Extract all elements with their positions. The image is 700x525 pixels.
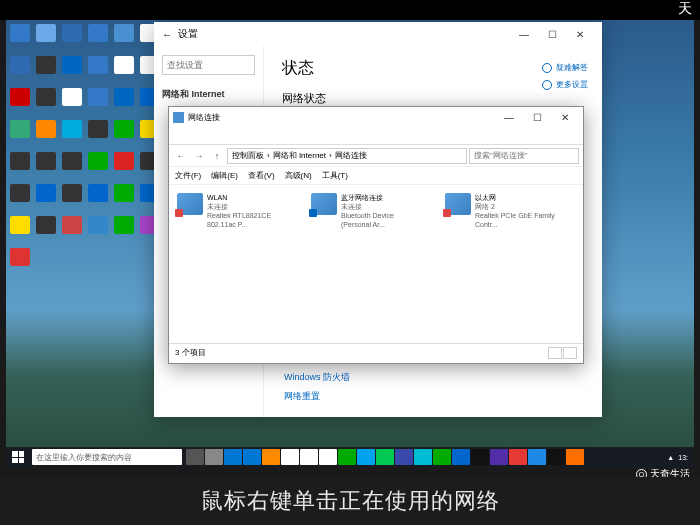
system-tray[interactable]: ▲ 13:	[667, 454, 694, 461]
desktop-icon[interactable]	[10, 152, 30, 170]
desktop-icon[interactable]	[88, 120, 108, 138]
network-adapter[interactable]: 以太网网络 2Realtek PCIe GbE Family Contr...	[445, 193, 555, 229]
subtitle-caption: 鼠标右键单击正在使用的网络	[0, 477, 700, 525]
close-button[interactable]: ✕	[551, 105, 579, 129]
settings-search-input[interactable]	[162, 55, 255, 75]
desktop-icon[interactable]	[88, 88, 108, 106]
desktop-icon[interactable]	[36, 184, 56, 202]
sidebar-item-network[interactable]: 网络和 Internet	[162, 85, 255, 104]
menu-item[interactable]: 高级(N)	[285, 170, 312, 181]
back-icon[interactable]: ←	[162, 29, 172, 40]
desktop-icon[interactable]	[62, 56, 82, 74]
desktop-icon[interactable]	[10, 120, 30, 138]
taskbar-app[interactable]	[566, 449, 584, 465]
menu-item[interactable]: 查看(V)	[248, 170, 275, 181]
desktop-icon[interactable]	[36, 56, 56, 74]
desktop-icon[interactable]	[114, 120, 134, 138]
desktop-icon[interactable]	[36, 216, 56, 234]
taskbar-app[interactable]	[471, 449, 489, 465]
desktop-icon[interactable]	[114, 24, 134, 42]
taskbar-app[interactable]	[300, 449, 318, 465]
taskbar-app[interactable]	[433, 449, 451, 465]
menu-item[interactable]: 文件(F)	[175, 170, 201, 181]
maximize-button[interactable]: ☐	[523, 105, 551, 129]
desktop-icon[interactable]	[36, 88, 56, 106]
taskbar-app[interactable]	[224, 449, 242, 465]
desktop-icon[interactable]	[36, 120, 56, 138]
forward-button[interactable]: →	[191, 148, 207, 164]
desktop-icon[interactable]	[10, 24, 30, 42]
network-reset-link[interactable]: 网络重置	[284, 390, 350, 403]
network-adapter[interactable]: 蓝牙网络连接未连接Bluetooth Device (Personal Ar..…	[311, 193, 421, 229]
desktop-icon[interactable]	[114, 184, 134, 202]
tray-icon[interactable]: ▲	[667, 454, 674, 461]
taskbar-app[interactable]	[490, 449, 508, 465]
desktop-icon[interactable]	[88, 184, 108, 202]
minimize-button[interactable]: —	[510, 22, 538, 46]
up-button[interactable]: ↑	[209, 148, 225, 164]
desktop-icon[interactable]	[88, 24, 108, 42]
desktop-icon[interactable]	[10, 216, 30, 234]
explorer-titlebar[interactable]: 网络连接 — ☐ ✕	[169, 107, 583, 127]
view-icons-button[interactable]	[563, 347, 577, 359]
desktop-icon[interactable]	[62, 88, 82, 106]
more-settings-link[interactable]: 更多设置	[542, 79, 588, 90]
desktop-icon[interactable]	[114, 56, 134, 74]
desktop-icon[interactable]	[62, 120, 82, 138]
desktop-icon[interactable]	[36, 24, 56, 42]
desktop-icon[interactable]	[88, 216, 108, 234]
taskbar-app[interactable]	[205, 449, 223, 465]
menu-item[interactable]: 工具(T)	[322, 170, 348, 181]
desktop-icon[interactable]	[62, 184, 82, 202]
desktop-icon[interactable]	[10, 248, 30, 266]
desktop-icon[interactable]	[88, 56, 108, 74]
desktop-icon[interactable]	[88, 152, 108, 170]
minimize-button[interactable]: —	[495, 105, 523, 129]
desktop-icon[interactable]	[36, 152, 56, 170]
firewall-link[interactable]: Windows 防火墙	[284, 371, 350, 384]
settings-right-links: 疑难解答 更多设置	[542, 62, 588, 96]
taskbar-app[interactable]	[319, 449, 337, 465]
adapter-icon	[311, 193, 337, 215]
close-button[interactable]: ✕	[566, 22, 594, 46]
taskbar-app[interactable]	[376, 449, 394, 465]
taskbar-app[interactable]	[262, 449, 280, 465]
desktop-icon[interactable]	[10, 184, 30, 202]
start-button[interactable]	[6, 447, 30, 467]
network-adapter[interactable]: WLAN未连接Realtek RTL8821CE 802.11ac P...	[177, 193, 287, 229]
taskbar-app[interactable]	[338, 449, 356, 465]
taskbar-app[interactable]	[186, 449, 204, 465]
maximize-button[interactable]: ☐	[538, 22, 566, 46]
back-button[interactable]: ←	[173, 148, 189, 164]
desktop-icon[interactable]	[62, 152, 82, 170]
explorer-search-input[interactable]	[469, 148, 579, 164]
taskbar-app[interactable]	[509, 449, 527, 465]
taskbar-app[interactable]	[452, 449, 470, 465]
taskbar-app[interactable]	[357, 449, 375, 465]
menu-item[interactable]: 编辑(E)	[211, 170, 238, 181]
troubleshoot-link[interactable]: 疑难解答	[542, 62, 588, 73]
desktop-icon[interactable]	[62, 24, 82, 42]
page-title: 状态	[282, 58, 584, 79]
view-details-button[interactable]	[548, 347, 562, 359]
desktop-icon[interactable]	[114, 152, 134, 170]
section-heading: 网络状态	[282, 91, 584, 106]
taskbar-app[interactable]	[414, 449, 432, 465]
taskbar-search-input[interactable]: 在这里输入你要搜索的内容	[32, 449, 182, 465]
taskbar-app[interactable]	[243, 449, 261, 465]
desktop-icon[interactable]	[114, 88, 134, 106]
desktop-icon[interactable]	[10, 88, 30, 106]
address-bar[interactable]: 控制面板 › 网络和 Internet › 网络连接	[227, 148, 467, 164]
settings-titlebar[interactable]: ← 设置 — ☐ ✕	[154, 22, 602, 46]
taskbar-app[interactable]	[281, 449, 299, 465]
adapter-list: WLAN未连接Realtek RTL8821CE 802.11ac P...蓝牙…	[169, 185, 583, 343]
taskbar-app[interactable]	[547, 449, 565, 465]
desktop-icon[interactable]	[62, 216, 82, 234]
desktop-icon[interactable]	[10, 56, 30, 74]
taskbar-app[interactable]	[528, 449, 546, 465]
ribbon-tabs[interactable]	[169, 127, 583, 145]
taskbar-app[interactable]	[395, 449, 413, 465]
taskbar: 在这里输入你要搜索的内容 ▲ 13:	[6, 447, 694, 467]
desktop-icon[interactable]	[114, 216, 134, 234]
gear-icon	[542, 80, 552, 90]
